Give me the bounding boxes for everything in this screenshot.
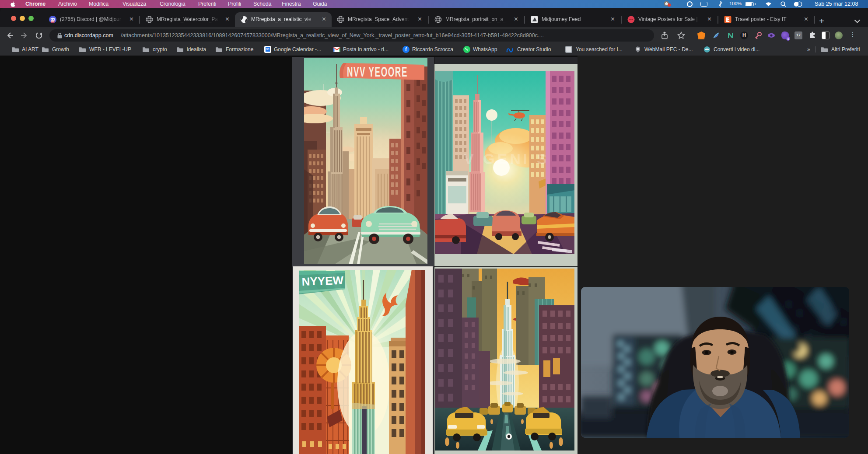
svg-text:NYYEW: NYYEW (301, 274, 344, 288)
svg-text:NVV YEOORE: NVV YEOORE (347, 64, 408, 80)
svg-text:V GENI S: V GENI S (464, 150, 549, 167)
